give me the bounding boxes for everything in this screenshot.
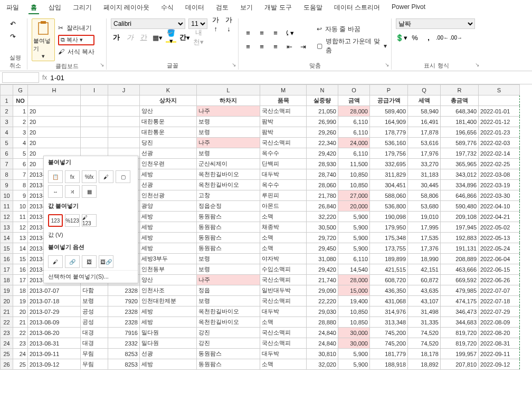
row-header[interactable]: 2 <box>1 106 13 117</box>
cell[interactable]: 단백피 <box>260 159 307 169</box>
cell[interactable]: 669,592 <box>441 275 479 285</box>
cell[interactable]: 2022-05-02 <box>479 222 520 233</box>
table-header-cell[interactable]: NO <box>13 95 28 106</box>
cell[interactable]: 17,535 <box>408 233 441 243</box>
cell[interactable]: 179,950 <box>370 222 408 233</box>
cell[interactable] <box>108 106 140 117</box>
cell[interactable]: 2013-07-29 <box>28 306 81 317</box>
column-header[interactable]: N <box>307 85 338 95</box>
cell[interactable]: 2013-09-11 <box>28 349 81 359</box>
border-button[interactable]: ▦▾ <box>152 32 163 43</box>
cell[interactable]: 보령 <box>197 117 260 127</box>
cell[interactable]: 32,020 <box>307 359 338 370</box>
cell[interactable]: 동원팜스 <box>197 222 260 233</box>
cell[interactable]: 29,420 <box>307 148 338 159</box>
cell[interactable]: 30,445 <box>408 180 441 190</box>
table-header-cell[interactable]: 하차지 <box>197 95 260 106</box>
paste-link-icon[interactable]: 🔗 <box>65 255 80 268</box>
cell[interactable]: 10,850 <box>338 169 370 180</box>
cell[interactable]: 28,880 <box>307 317 338 328</box>
cell[interactable]: 29,420 <box>307 264 338 275</box>
cell[interactable]: 28,740 <box>307 169 338 180</box>
cell[interactable]: 인천사조 <box>140 285 197 296</box>
row-header[interactable]: 3 <box>1 117 13 127</box>
cell[interactable]: 14 <box>13 243 28 254</box>
redo-button[interactable]: ↷ <box>7 31 18 42</box>
cell[interactable]: 21 <box>13 317 28 328</box>
number-format-select[interactable]: 날짜 <box>396 18 475 29</box>
cell[interactable]: 세방 <box>140 243 197 254</box>
menu-item[interactable]: 데이터 스트리머 <box>332 2 382 14</box>
cell[interactable]: 세방 <box>140 306 197 317</box>
decrease-indent-button[interactable]: ⇤ <box>284 41 294 52</box>
cell[interactable]: 58,806 <box>408 190 441 201</box>
cell[interactable]: 7916 <box>108 328 140 338</box>
row-header[interactable]: 5 <box>1 138 13 148</box>
cell[interactable]: 2022-03-19 <box>479 180 520 190</box>
cell[interactable]: 199,957 <box>441 349 479 359</box>
spreadsheet-grid[interactable]: GHIJKLMNOPQRS 1NO상차지하차지품목실중량금액공급가액세액총금액2… <box>0 84 532 388</box>
align-center-button[interactable]: ≡ <box>256 41 267 52</box>
cell[interactable]: 7920 <box>108 296 140 306</box>
cell[interactable]: 30,000 <box>338 328 370 338</box>
merge-center-button[interactable]: ▢ 병합하고 가운데 맞춤 ▾ <box>317 37 387 55</box>
number-dialog-launcher[interactable]: ↘ <box>475 62 479 68</box>
cell[interactable] <box>81 117 108 127</box>
cell[interactable]: 2013-09-12 <box>28 359 81 370</box>
align-bottom-button[interactable]: ≡ <box>270 27 281 38</box>
paste-values-format-icon[interactable]: 🖌123 <box>82 214 97 227</box>
cell[interactable]: 589,776 <box>441 138 479 148</box>
cell[interactable]: 29,450 <box>307 243 338 254</box>
cell[interactable]: 2022-06-04 <box>479 254 520 264</box>
cell[interactable]: 29,090 <box>307 285 338 296</box>
cell[interactable]: 2022-08-20 <box>479 328 520 338</box>
row-header[interactable]: 20 <box>1 296 13 306</box>
cell[interactable]: 나주 <box>197 106 260 117</box>
cell[interactable]: 2022-09-11 <box>479 349 520 359</box>
table-header-cell[interactable] <box>81 95 108 106</box>
cell[interactable]: 채종박 <box>260 222 307 233</box>
paste-all-icon[interactable]: 📋 <box>48 170 63 183</box>
select-all[interactable] <box>1 85 13 95</box>
cell[interactable]: 23 <box>13 338 28 349</box>
cell[interactable]: 2022-06-15 <box>479 264 520 275</box>
cell[interactable]: 7 <box>13 169 28 180</box>
cell[interactable]: 17,878 <box>408 127 441 138</box>
cell[interactable]: 6,110 <box>338 117 370 127</box>
cell[interactable]: 60,872 <box>408 275 441 285</box>
cell[interactable]: 세방3부두 <box>140 254 197 264</box>
cell[interactable] <box>108 127 140 138</box>
phonetic-button[interactable]: 내천▾ <box>193 32 204 43</box>
cell[interactable]: 21,740 <box>307 275 338 285</box>
undo-button[interactable]: ↶ <box>7 18 18 29</box>
cell[interactable]: 22,220 <box>307 296 338 306</box>
cell[interactable]: 세방 <box>140 222 197 233</box>
cell[interactable]: 479,985 <box>441 285 479 296</box>
row-header[interactable]: 8 <box>1 169 13 180</box>
cell[interactable]: 745,200 <box>370 328 408 338</box>
cell[interactable]: 28,000 <box>338 106 370 117</box>
cell[interactable]: 17,376 <box>408 243 441 254</box>
cell[interactable]: 18 <box>13 285 28 296</box>
cell[interactable]: 17,995 <box>408 222 441 233</box>
table-header-cell[interactable] <box>28 95 81 106</box>
row-header[interactable]: 6 <box>1 148 13 159</box>
paste-formatting-icon[interactable]: 🖌 <box>48 255 63 268</box>
menu-item[interactable]: 보기 <box>238 2 255 14</box>
column-header[interactable]: O <box>338 85 370 95</box>
cell[interactable]: 1 <box>13 106 28 117</box>
cell[interactable]: 2022-04-10 <box>479 201 520 212</box>
cell[interactable]: 2328 <box>108 285 140 296</box>
cell[interactable]: 10 <box>13 201 28 212</box>
cell[interactable]: 24,840 <box>307 338 338 349</box>
cell[interactable]: 179,756 <box>370 148 408 159</box>
cell[interactable]: 313,348 <box>370 317 408 328</box>
cell[interactable]: 421,515 <box>370 264 408 275</box>
cell[interactable]: 보령 <box>197 127 260 138</box>
align-top-button[interactable]: ≡ <box>243 27 253 38</box>
cell[interactable]: 2022-03-08 <box>479 169 520 180</box>
cell[interactable]: 옥천한길바이오 <box>197 317 260 328</box>
cell[interactable]: 5,900 <box>338 349 370 359</box>
cell[interactable] <box>81 138 108 148</box>
cell[interactable]: 선광 <box>140 180 197 190</box>
